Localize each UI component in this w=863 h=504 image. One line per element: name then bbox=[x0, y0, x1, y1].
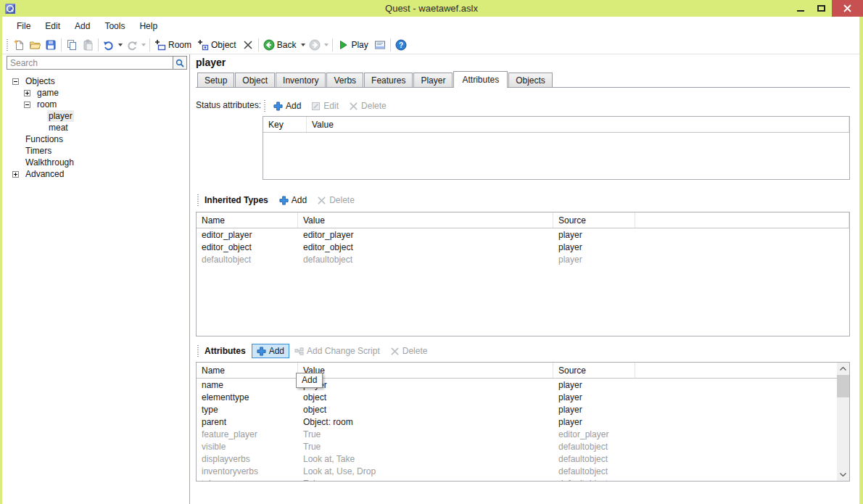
tab-attributes[interactable]: Attributes bbox=[453, 71, 508, 88]
delete-element-button[interactable] bbox=[240, 38, 256, 52]
tab-objects[interactable]: Objects bbox=[508, 73, 553, 87]
status-add-button[interactable]: Add bbox=[268, 99, 306, 113]
column-header-key[interactable]: Key bbox=[263, 117, 307, 132]
table-row[interactable]: elementtype object player bbox=[197, 391, 849, 403]
scrollbar-track[interactable] bbox=[837, 397, 849, 468]
table-row[interactable]: inventoryverbs Look at, Use, Drop defaul… bbox=[197, 465, 849, 477]
menu-help[interactable]: Help bbox=[132, 18, 165, 34]
table-row[interactable]: name player player bbox=[197, 379, 849, 391]
open-game-button[interactable] bbox=[27, 38, 43, 52]
inherited-delete-label: Delete bbox=[329, 195, 355, 205]
chevron-down-icon bbox=[840, 473, 846, 476]
tab-object[interactable]: Object bbox=[235, 73, 275, 87]
close-button[interactable] bbox=[832, 0, 863, 17]
tree-label: Objects bbox=[24, 75, 57, 87]
table-row[interactable]: parent Object: room player bbox=[197, 416, 849, 428]
collapse-icon[interactable] bbox=[12, 78, 19, 85]
vertical-scrollbar[interactable] bbox=[837, 363, 849, 481]
back-button[interactable]: Back bbox=[261, 38, 300, 52]
menu-file[interactable]: File bbox=[9, 18, 38, 34]
tab-verbs[interactable]: Verbs bbox=[326, 73, 363, 87]
maximize-button[interactable] bbox=[811, 0, 832, 17]
status-edit-button-disabled[interactable]: Edit bbox=[306, 99, 344, 113]
column-header-name[interactable]: Name bbox=[197, 363, 298, 378]
tree-item-player[interactable]: player bbox=[2, 110, 189, 122]
tab-player[interactable]: Player bbox=[413, 73, 453, 87]
minimize-button[interactable] bbox=[790, 0, 811, 17]
cell-source: defaultobject bbox=[553, 454, 635, 464]
cell-source: player bbox=[553, 230, 635, 240]
new-game-button[interactable] bbox=[11, 38, 27, 52]
undo-dropdown-icon[interactable] bbox=[118, 44, 123, 46]
add-room-button[interactable]: Room bbox=[152, 38, 195, 52]
column-header-value[interactable]: Value bbox=[307, 117, 849, 132]
toolbar-separator bbox=[332, 38, 333, 51]
toolbar-separator bbox=[258, 38, 259, 51]
tab-features[interactable]: Features bbox=[364, 73, 413, 87]
log-window-icon bbox=[374, 39, 386, 51]
tree-item-timers[interactable]: Timers bbox=[2, 145, 189, 157]
menu-tools[interactable]: Tools bbox=[97, 18, 132, 34]
column-header-name[interactable]: Name bbox=[197, 212, 298, 228]
collapse-icon[interactable] bbox=[24, 102, 30, 108]
window-title: Quest - waetawef.aslx bbox=[0, 3, 863, 14]
table-row-partial[interactable]: take False defaultobject bbox=[197, 477, 849, 482]
column-header-value[interactable]: Value bbox=[298, 212, 553, 228]
back-dropdown-icon[interactable] bbox=[301, 44, 305, 46]
inherited-add-button[interactable]: Add bbox=[274, 193, 312, 207]
cell-source: editor_player bbox=[553, 429, 635, 439]
tree-item-game[interactable]: game bbox=[2, 87, 189, 99]
table-row[interactable]: feature_player True editor_player bbox=[197, 428, 849, 440]
copy-button[interactable] bbox=[64, 38, 80, 52]
table-row[interactable]: visible True defaultobject bbox=[197, 440, 849, 453]
add-object-button[interactable]: Object bbox=[195, 38, 240, 52]
play-button[interactable]: Play bbox=[335, 38, 371, 52]
tree-item-advanced[interactable]: Advanced bbox=[2, 168, 189, 180]
table-row[interactable]: editor_player editor_player player bbox=[197, 228, 849, 241]
search-input[interactable] bbox=[7, 56, 173, 70]
column-header-source[interactable]: Source bbox=[553, 363, 635, 378]
paste-button-disabled[interactable] bbox=[80, 38, 96, 52]
menu-add[interactable]: Add bbox=[67, 18, 97, 34]
cell-source: defaultobject bbox=[553, 466, 635, 476]
add-change-script-button-disabled[interactable]: Add Change Script bbox=[289, 344, 385, 358]
attributes-add-button[interactable]: Add bbox=[252, 344, 289, 358]
scroll-down-button[interactable] bbox=[837, 468, 849, 481]
column-header-source[interactable]: Source bbox=[553, 212, 635, 228]
cell-name: elementtype bbox=[197, 392, 298, 402]
save-game-button[interactable] bbox=[43, 38, 59, 52]
inherited-types-section: Inherited Types Add bbox=[196, 191, 850, 336]
expand-icon[interactable] bbox=[24, 90, 30, 96]
tab-inventory[interactable]: Inventory bbox=[276, 73, 326, 87]
inherited-delete-button-disabled[interactable]: Delete bbox=[312, 193, 360, 207]
table-row[interactable]: displayverbs Look at, Take defaultobject bbox=[197, 453, 849, 465]
forward-button-disabled[interactable] bbox=[307, 38, 323, 52]
search-button[interactable] bbox=[173, 56, 187, 70]
table-row[interactable]: defaultobject defaultobject player bbox=[197, 253, 849, 265]
forward-dropdown-icon[interactable] bbox=[324, 44, 329, 46]
cell-value: Look at, Use, Drop bbox=[298, 466, 553, 476]
tree-item-room[interactable]: room bbox=[2, 99, 189, 110]
tree-item-meat[interactable]: meat bbox=[2, 122, 189, 133]
tab-setup[interactable]: Setup bbox=[197, 73, 234, 87]
attributes-delete-button-disabled[interactable]: Delete bbox=[385, 344, 433, 358]
expand-icon[interactable] bbox=[12, 171, 19, 178]
redo-dropdown-icon[interactable] bbox=[141, 44, 146, 46]
status-toolstrip: Add Edit bbox=[263, 97, 850, 115]
cell-name: name bbox=[197, 380, 298, 390]
table-row[interactable]: type object player bbox=[197, 403, 849, 416]
undo-button[interactable] bbox=[101, 38, 117, 52]
help-button[interactable]: ? bbox=[393, 38, 409, 52]
menu-edit[interactable]: Edit bbox=[38, 18, 67, 34]
scrollbar-thumb[interactable] bbox=[837, 375, 849, 397]
table-row[interactable]: editor_object editor_object player bbox=[197, 241, 849, 253]
tree-item-functions[interactable]: Functions bbox=[2, 133, 189, 145]
log-window-button[interactable] bbox=[372, 38, 388, 52]
undo-icon bbox=[103, 39, 115, 51]
column-header-value[interactable]: Value bbox=[298, 363, 553, 378]
status-delete-button-disabled[interactable]: Delete bbox=[344, 99, 392, 113]
scroll-up-button[interactable] bbox=[837, 363, 849, 375]
tree-item-walkthrough[interactable]: Walkthrough bbox=[2, 157, 189, 168]
tree-item-objects[interactable]: Objects bbox=[2, 75, 189, 87]
redo-button-disabled[interactable] bbox=[124, 38, 140, 52]
